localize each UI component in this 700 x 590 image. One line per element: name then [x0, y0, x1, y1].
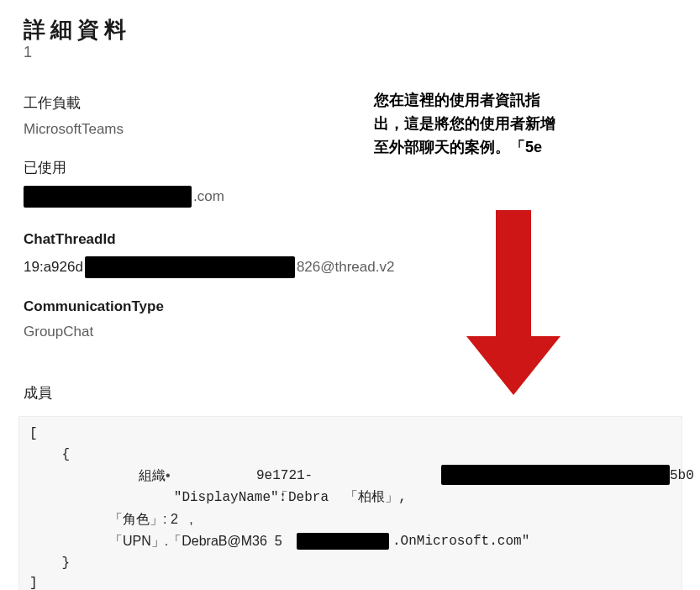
redaction-bar	[85, 256, 295, 278]
display-name-key: "DisplayName":	[109, 487, 295, 508]
members-code-block: [ { 組織• 9e1721- 5b0 "DisplayName": 「 Deb…	[18, 416, 682, 590]
code-line: [	[29, 424, 671, 445]
org-mid: 9e1721-	[256, 466, 313, 487]
org-label: 組織	[139, 468, 166, 482]
redaction-bar	[24, 186, 192, 208]
field-value-used: .com	[24, 186, 224, 208]
field-workload: 工作負載 MicrosoftTeams	[24, 93, 676, 138]
org-tail: 5b0	[670, 466, 694, 487]
chatthreadid-prefix: 19:a926d	[24, 259, 83, 276]
code-line-displayname: "DisplayName": 「 Debra 「柏根」,	[29, 487, 671, 509]
code-line: ]	[29, 573, 671, 590]
code-line-upn: 「UPN」.「DebraB@M36 5 .OnMicrosoft.com"	[29, 531, 671, 553]
details-panel: 詳細資料 1 您在這裡的使用者資訊指出，這是將您的使用者新增至外部聊天的案例。「…	[0, 0, 700, 590]
field-value-chatthreadid: 19:a926d 826@thread.v2	[24, 256, 394, 278]
arrow-down-icon	[466, 210, 561, 395]
redaction-bar	[441, 465, 670, 485]
open-quote: 「	[275, 487, 288, 508]
field-chatthreadid: ChatThreadId 19:a926d 826@thread.v2	[24, 231, 676, 278]
role-text: 「角色」: 2 ,	[109, 509, 193, 530]
field-value-workload: MicrosoftTeams	[24, 121, 676, 138]
field-label-commtype: CommunicationType	[24, 298, 676, 315]
page-title: 詳細資料	[24, 15, 676, 45]
code-line-role: 「角色」: 2 ,	[29, 509, 671, 531]
callout-annotation: 您在這裡的使用者資訊指出，這是將您的使用者新增至外部聊天的案例。「5e	[374, 89, 567, 160]
code-line-org: 組織• 9e1721- 5b0	[29, 466, 671, 487]
field-used: 已使用 .com	[24, 158, 676, 211]
field-value-commtype: GroupChat	[24, 324, 676, 340]
chatthreadid-suffix: 826@thread.v2	[297, 259, 395, 276]
field-label-members: 成員	[24, 383, 52, 403]
code-line: {	[29, 445, 671, 466]
upn-prefix: 「UPN」.「DebraB@M36 5	[109, 531, 282, 552]
display-name-value: Debra 「柏根」,	[288, 487, 407, 508]
upn-suffix: .OnMicrosoft.com"	[392, 531, 529, 552]
code-line: }	[29, 553, 671, 574]
used-suffix: .com	[193, 188, 224, 205]
field-label-workload: 工作負載	[24, 93, 676, 113]
field-commtype: CommunicationType GroupChat	[24, 298, 676, 340]
field-label-chatthreadid: ChatThreadId	[24, 231, 676, 248]
title-subnumber: 1	[24, 44, 32, 61]
field-label-used: 已使用	[24, 158, 676, 177]
redaction-bar	[297, 533, 389, 550]
